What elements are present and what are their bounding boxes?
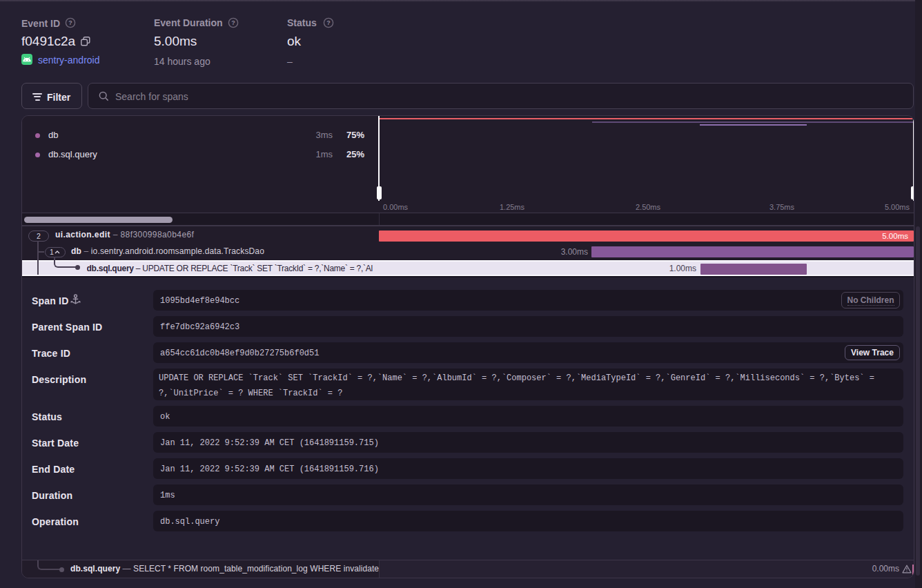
svg-text:?: ? — [231, 19, 235, 26]
svg-text:?: ? — [68, 19, 72, 26]
svg-text:?: ? — [326, 19, 331, 26]
